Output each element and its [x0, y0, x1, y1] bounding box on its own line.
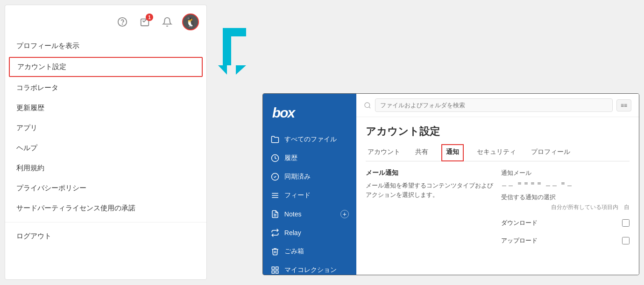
tab-notifications[interactable]: 通知	[441, 144, 464, 161]
download-row: ダウンロード	[501, 217, 630, 229]
search-filter-button[interactable]: ≡≡	[616, 99, 631, 111]
sidebar-item-trash[interactable]: ごみ箱	[263, 242, 356, 261]
box-logo: box	[263, 101, 356, 130]
main-content: ≡≡ アカウント設定 アカウント 共有 通知 セキュリティ プロフィール メール…	[356, 94, 639, 275]
sidebar-item-all-files[interactable]: すべてのファイル	[263, 130, 356, 149]
box-sidebar: box すべてのファイル 履歴 同期済み	[263, 94, 356, 275]
account-settings-area: アカウント設定 アカウント 共有 通知 セキュリティ プロフィール メール通知 …	[356, 117, 639, 275]
folder-icon	[270, 135, 280, 144]
svg-rect-16	[276, 271, 278, 273]
top-icon-bar: 1 🐧	[5, 10, 206, 34]
trash-icon	[270, 247, 280, 256]
svg-line-19	[369, 107, 370, 108]
settings-body: メール通知 メール通知を希望するコンテンツタイプおよびアクションを選択します。 …	[366, 169, 630, 247]
bell-button[interactable]	[160, 14, 175, 29]
download-checkbox[interactable]	[622, 219, 630, 227]
tasks-button[interactable]: 1	[137, 14, 152, 29]
sidebar-label-synced: 同期済み	[284, 173, 349, 181]
menu-item-license[interactable]: サードパーティライセンス使用の承諾	[5, 198, 206, 218]
sidebar-label-feed: フィード	[284, 191, 349, 200]
other-column-label: 自	[624, 203, 630, 211]
upload-label: アップロード	[501, 236, 538, 245]
upload-row: アップロード	[501, 235, 630, 247]
menu-item-profile[interactable]: プロフィールを表示	[5, 36, 206, 56]
help-button[interactable]	[115, 14, 130, 29]
sidebar-label-all-files: すべてのファイル	[284, 135, 349, 144]
down-arrow-icon	[218, 23, 251, 79]
menu-item-apps[interactable]: アプリ	[5, 118, 206, 138]
tab-account[interactable]: アカウント	[366, 144, 402, 161]
tab-security[interactable]: セキュリティ	[475, 144, 518, 161]
menu-item-privacy[interactable]: プライバシーポリシー	[5, 178, 206, 198]
svg-rect-15	[276, 267, 278, 269]
svg-rect-4	[223, 28, 231, 65]
search-input[interactable]	[375, 98, 613, 112]
notes-icon	[270, 209, 280, 219]
svg-point-18	[365, 103, 370, 108]
menu-item-history[interactable]: 更新履歴	[5, 98, 206, 118]
email-notification-section: メール通知 メール通知を希望するコンテンツタイプおよびアクションを選択します。	[366, 169, 494, 247]
email-notification-label: メール通知	[366, 169, 494, 177]
sidebar-item-relay[interactable]: Relay	[263, 223, 356, 242]
sidebar-nav: すべてのファイル 履歴 同期済み フィード	[263, 130, 356, 275]
sidebar-label-notes: Notes	[284, 210, 336, 218]
sidebar-label-history: 履歴	[284, 154, 349, 162]
notification-email-value: ＿＿ ＝＝＝＝ ＿＿ ＝＿	[501, 179, 630, 188]
sidebar-label-relay: Relay	[284, 229, 349, 236]
relay-icon	[270, 228, 280, 237]
dropdown-menu: 1 🐧 プロフィールを表示 アカウント設定 コラボレータ 更新履歴 アプリ ヘル…	[5, 5, 207, 280]
upload-checkbox[interactable]	[622, 237, 630, 244]
settings-title: アカウント設定	[366, 125, 630, 139]
sidebar-label-trash: ごみ箱	[284, 247, 349, 256]
avatar-icon: 🐧	[185, 16, 197, 28]
avatar-button[interactable]: 🐧	[182, 14, 199, 30]
notification-email-label: 通知メール	[501, 169, 630, 177]
svg-marker-6	[218, 65, 227, 75]
collection-icon	[270, 265, 280, 275]
menu-item-collaborator[interactable]: コラボレータ	[5, 78, 206, 98]
checkmark-icon	[270, 172, 280, 181]
menu-divider	[5, 222, 206, 222]
sidebar-item-history[interactable]: 履歴	[263, 149, 356, 167]
clock-icon	[270, 153, 280, 163]
menu-item-account-settings[interactable]: アカウント設定	[9, 57, 203, 77]
notification-right-section: 通知メール ＿＿ ＝＝＝＝ ＿＿ ＝＿ 受信する通知の選択 自分が所有している項…	[501, 169, 630, 247]
sidebar-item-notes[interactable]: Notes +	[263, 205, 356, 223]
menu-item-logout[interactable]: ログアウト	[5, 226, 206, 246]
receive-section: 受信する通知の選択 自分が所有している項目内 自	[501, 193, 630, 211]
menu-item-terms[interactable]: 利用規約	[5, 158, 206, 178]
menu-item-help[interactable]: ヘルプ	[5, 138, 206, 158]
box-app-panel: box すべてのファイル 履歴 同期済み	[262, 93, 639, 275]
tab-profile[interactable]: プロフィール	[529, 144, 572, 161]
receive-table-header: 自分が所有している項目内 自	[501, 203, 630, 211]
notes-add-icon[interactable]: +	[340, 210, 349, 218]
receive-label: 受信する通知の選択	[501, 193, 630, 202]
email-notification-description: メール通知を希望するコンテンツタイプおよびアクションを選択します。	[366, 181, 494, 199]
svg-rect-14	[272, 267, 274, 269]
search-bar: ≡≡	[356, 94, 639, 117]
owner-column-label: 自分が所有している項目内	[551, 203, 618, 211]
task-badge: 1	[146, 14, 153, 21]
svg-point-1	[122, 24, 123, 24]
sidebar-label-collection: マイコレクション	[284, 266, 349, 274]
list-icon	[270, 191, 280, 200]
notification-email-container: 通知メール ＿＿ ＝＝＝＝ ＿＿ ＝＿	[501, 169, 630, 188]
tab-share[interactable]: 共有	[413, 144, 430, 161]
sidebar-item-feed[interactable]: フィード	[263, 186, 356, 205]
sidebar-item-synced[interactable]: 同期済み	[263, 167, 356, 186]
sidebar-item-collection[interactable]: マイコレクション	[263, 261, 356, 275]
menu-list: プロフィールを表示 アカウント設定 コラボレータ 更新履歴 アプリ ヘルプ 利用…	[5, 34, 206, 248]
arrow-indicator	[216, 5, 253, 79]
svg-rect-17	[272, 271, 274, 273]
search-icon	[364, 102, 371, 109]
download-label: ダウンロード	[501, 219, 538, 227]
settings-tabs: アカウント 共有 通知 セキュリティ プロフィール	[366, 144, 630, 161]
